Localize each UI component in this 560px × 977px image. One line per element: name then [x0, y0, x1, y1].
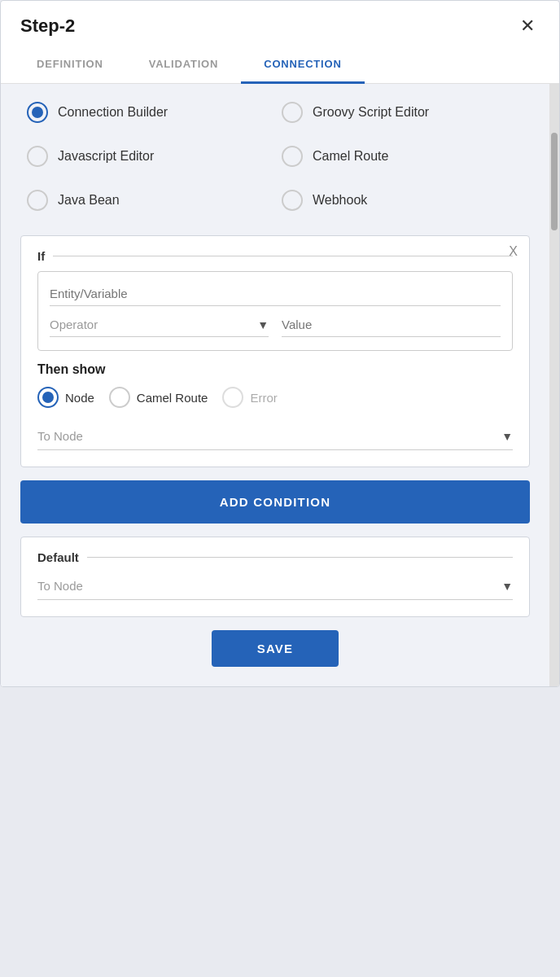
radio-label-camel-route: Camel Route	[313, 149, 388, 164]
default-dropdown-arrow: ▼	[501, 580, 513, 593]
radio-label-webhook: Webhook	[313, 193, 367, 208]
radio-label-javascript-editor: Javascript Editor	[58, 149, 154, 164]
radio-circle-javascript-editor	[27, 146, 48, 167]
default-to-node-label: To Node	[37, 579, 501, 593]
tab-connection[interactable]: CONNECTION	[241, 46, 364, 84]
scrollbar[interactable]	[549, 84, 559, 686]
then-option-camel-route[interactable]: Camel Route	[109, 387, 208, 408]
then-option-node[interactable]: Node	[37, 387, 94, 408]
scrollbar-thumb	[551, 133, 558, 230]
left-content: Connection Builder Groovy Script Editor …	[1, 84, 549, 686]
radio-circle-then-camel	[109, 387, 130, 408]
condition-card: X If Operator ▼	[20, 235, 530, 467]
operator-label: Operator	[50, 318, 254, 331]
radio-webhook[interactable]: Webhook	[275, 178, 530, 222]
to-node-dropdown[interactable]: To Node ▼	[37, 423, 513, 450]
default-label-row: Default	[37, 550, 513, 564]
radio-circle-connection-builder	[27, 102, 48, 123]
radio-options-grid: Connection Builder Groovy Script Editor …	[20, 84, 530, 235]
then-options-row: Node Camel Route Error	[37, 387, 513, 408]
radio-label-groovy-script: Groovy Script Editor	[313, 105, 429, 120]
entity-variable-input[interactable]	[50, 282, 501, 306]
radio-label-error: Error	[250, 391, 277, 405]
if-box: Operator ▼	[37, 271, 513, 351]
modal-header: Step-2 ✕	[1, 1, 559, 46]
save-button[interactable]: SAVE	[212, 630, 339, 667]
radio-label-node: Node	[65, 391, 94, 405]
then-show-label: Then show	[37, 362, 513, 377]
radio-circle-webhook	[282, 190, 303, 211]
operator-dropdown[interactable]: Operator ▼	[50, 318, 269, 337]
radio-java-bean[interactable]: Java Bean	[20, 178, 275, 222]
radio-circle-node	[37, 387, 59, 408]
radio-javascript-editor[interactable]: Javascript Editor	[20, 134, 275, 178]
default-card: Default To Node ▼	[20, 537, 530, 617]
tab-definition[interactable]: DEFINITION	[14, 46, 126, 84]
radio-circle-camel-route	[282, 146, 303, 167]
tab-validation[interactable]: VALIDATION	[126, 46, 242, 84]
add-condition-button[interactable]: ADD CONDITION	[20, 480, 530, 524]
radio-circle-error	[222, 387, 243, 408]
close-button[interactable]: ✕	[515, 15, 540, 37]
radio-label-then-camel: Camel Route	[137, 391, 208, 405]
main-content: Connection Builder Groovy Script Editor …	[1, 84, 559, 686]
tab-bar: DEFINITION VALIDATION CONNECTION	[1, 46, 559, 84]
to-node-label: To Node	[37, 429, 501, 443]
radio-label-connection-builder: Connection Builder	[58, 105, 168, 120]
if-row: Operator ▼	[50, 318, 501, 337]
radio-circle-groovy-script	[282, 102, 303, 123]
radio-label-java-bean: Java Bean	[58, 193, 120, 208]
radio-camel-route[interactable]: Camel Route	[275, 134, 530, 178]
radio-groovy-script[interactable]: Groovy Script Editor	[275, 90, 530, 134]
if-label-line	[53, 256, 513, 256]
modal-title: Step-2	[20, 15, 75, 37]
if-text: If	[37, 249, 45, 263]
default-text: Default	[37, 550, 79, 564]
radio-connection-builder[interactable]: Connection Builder	[20, 90, 275, 134]
to-node-dropdown-arrow: ▼	[501, 430, 513, 443]
value-input[interactable]	[282, 318, 501, 337]
operator-dropdown-arrow: ▼	[257, 318, 269, 331]
then-option-error: Error	[222, 387, 277, 408]
if-label-row: If	[37, 249, 513, 263]
default-label-line	[87, 557, 513, 558]
default-to-node-dropdown[interactable]: To Node ▼	[37, 572, 513, 600]
modal: Step-2 ✕ DEFINITION VALIDATION CONNECTIO…	[0, 0, 560, 687]
condition-card-close[interactable]: X	[509, 244, 518, 259]
radio-circle-java-bean	[27, 190, 48, 211]
